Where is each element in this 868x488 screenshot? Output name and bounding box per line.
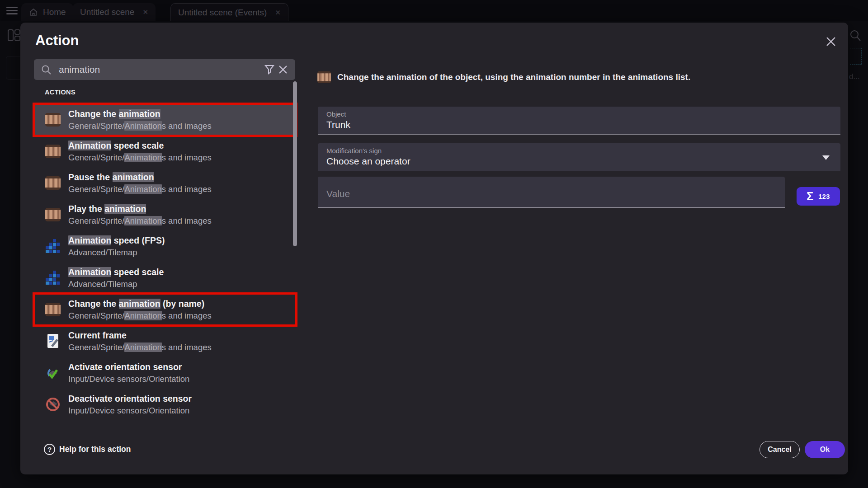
value-field[interactable]: Value xyxy=(318,177,785,208)
sign-field-label: Modification's sign xyxy=(326,147,840,155)
action-item-path: Input/Device sensors/Orientation xyxy=(68,374,189,384)
action-item-title: Change the animation xyxy=(68,108,212,119)
action-item[interactable]: Activate orientation sensor Input/Device… xyxy=(34,357,296,389)
action-item-text: Change the animation General/Sprite/Anim… xyxy=(68,108,212,131)
app: Home Untitled scene ✕ Untitled scene (Ev… xyxy=(0,0,868,488)
action-item-title: Play the animation xyxy=(68,203,212,214)
action-item-text: Activate orientation sensor Input/Device… xyxy=(68,361,189,384)
clear-search-button[interactable] xyxy=(276,63,290,76)
action-item-text: Change the animation (by name) General/S… xyxy=(68,298,212,321)
action-item[interactable]: Change the animation General/Sprite/Anim… xyxy=(34,104,296,136)
current-frame-icon xyxy=(45,333,61,349)
filter-icon xyxy=(264,64,275,75)
action-item-path: General/Sprite/Animations and images xyxy=(68,152,212,163)
modification-sign-field[interactable]: Modification's sign Choose an operator xyxy=(318,143,840,171)
sprite-animation-icon xyxy=(45,175,61,191)
search-icon xyxy=(41,65,52,75)
action-item-path: General/Sprite/Animations and images xyxy=(68,184,212,194)
action-item-path: General/Sprite/Animations and images xyxy=(68,342,212,352)
action-item[interactable]: Animation speed scale Advanced/Tilemap xyxy=(34,262,296,294)
action-item-text: Current frame General/Sprite/Animations … xyxy=(68,330,212,352)
expression-editor-button[interactable]: Σ 123 xyxy=(797,187,840,206)
sigma-icon: Σ xyxy=(807,190,813,203)
action-item[interactable]: Play the animation General/Sprite/Animat… xyxy=(34,199,296,230)
cancel-button[interactable]: Cancel xyxy=(760,441,800,458)
filter-button[interactable] xyxy=(263,63,276,76)
action-item-title: Current frame xyxy=(68,330,212,341)
action-item-text: Play the animation General/Sprite/Animat… xyxy=(68,203,212,226)
action-item-title: Animation speed (FPS) xyxy=(68,235,165,246)
action-item-text: Animation speed (FPS) Advanced/Tilemap xyxy=(68,235,165,258)
action-item-title: Animation speed scale xyxy=(68,140,212,151)
list-scrollbar-thumb[interactable] xyxy=(293,81,297,246)
action-item-title: Deactivate orientation sensor xyxy=(68,393,192,404)
dialog-close-button[interactable] xyxy=(824,34,838,49)
search-input[interactable]: animation xyxy=(34,59,295,80)
dialog-title: Action xyxy=(35,33,79,49)
action-item[interactable]: Deactivate orientation sensor Input/Devi… xyxy=(34,389,296,420)
action-dialog: Action animation xyxy=(20,23,848,474)
object-field[interactable]: Object Trunk xyxy=(318,107,840,135)
action-item-path: General/Sprite/Animations and images xyxy=(68,121,212,131)
help-label: Help for this action xyxy=(59,445,131,454)
action-item[interactable]: Animation speed scale General/Sprite/Ani… xyxy=(34,136,296,167)
action-item-title: Pause the animation xyxy=(68,172,212,183)
action-item-path: Advanced/Tilemap xyxy=(68,279,164,289)
tilemap-icon xyxy=(45,270,61,286)
orientation-sensor-on-icon xyxy=(45,365,61,381)
ok-button[interactable]: Ok xyxy=(805,441,845,458)
action-item-title: Activate orientation sensor xyxy=(68,361,189,372)
action-item[interactable]: Current frame General/Sprite/Animations … xyxy=(34,325,296,357)
sprite-animation-icon xyxy=(45,206,61,223)
action-item-title: Animation speed scale xyxy=(68,267,164,277)
expression-123-label: 123 xyxy=(818,193,830,200)
action-item-text: Animation speed scale General/Sprite/Ani… xyxy=(68,140,212,163)
action-list: Change the animation General/Sprite/Anim… xyxy=(34,104,296,420)
tilemap-icon xyxy=(45,238,61,254)
action-item[interactable]: Pause the animation General/Sprite/Anima… xyxy=(34,167,296,199)
sign-field-value: Choose an operator xyxy=(326,156,840,167)
action-item-path: General/Sprite/Animations and images xyxy=(68,310,212,321)
actions-section-label: ACTIONS xyxy=(45,89,75,96)
chevron-down-icon[interactable] xyxy=(822,155,830,160)
sprite-animation-icon xyxy=(45,112,61,128)
object-field-label: Object xyxy=(326,110,840,118)
help-link[interactable]: ? Help for this action xyxy=(44,444,131,455)
action-item-text: Deactivate orientation sensor Input/Devi… xyxy=(68,393,192,416)
object-field-value: Trunk xyxy=(326,119,840,130)
action-item-text: Pause the animation General/Sprite/Anima… xyxy=(68,172,212,194)
help-icon: ? xyxy=(44,444,55,455)
action-item-path: Advanced/Tilemap xyxy=(68,247,165,258)
action-item-path: Input/Device sensors/Orientation xyxy=(68,405,192,416)
value-field-placeholder: Value xyxy=(326,188,350,199)
sprite-animation-icon xyxy=(45,301,61,318)
close-icon xyxy=(826,36,836,47)
action-item[interactable]: Change the animation (by name) General/S… xyxy=(34,294,296,325)
action-description: Change the animation of the object, usin… xyxy=(316,70,690,84)
action-item-title: Change the animation (by name) xyxy=(68,298,212,309)
description-text: Change the animation of the object, usin… xyxy=(337,72,690,82)
panel-divider xyxy=(304,68,304,429)
action-item-text: Animation speed scale Advanced/Tilemap xyxy=(68,267,164,289)
sprite-animation-icon xyxy=(45,143,61,160)
search-value[interactable]: animation xyxy=(59,64,263,75)
action-item-path: General/Sprite/Animations and images xyxy=(68,216,212,226)
orientation-sensor-off-icon xyxy=(45,396,61,413)
action-item[interactable]: Animation speed (FPS) Advanced/Tilemap xyxy=(34,230,296,262)
sprite-animation-icon xyxy=(317,71,331,83)
clear-icon xyxy=(278,65,288,74)
